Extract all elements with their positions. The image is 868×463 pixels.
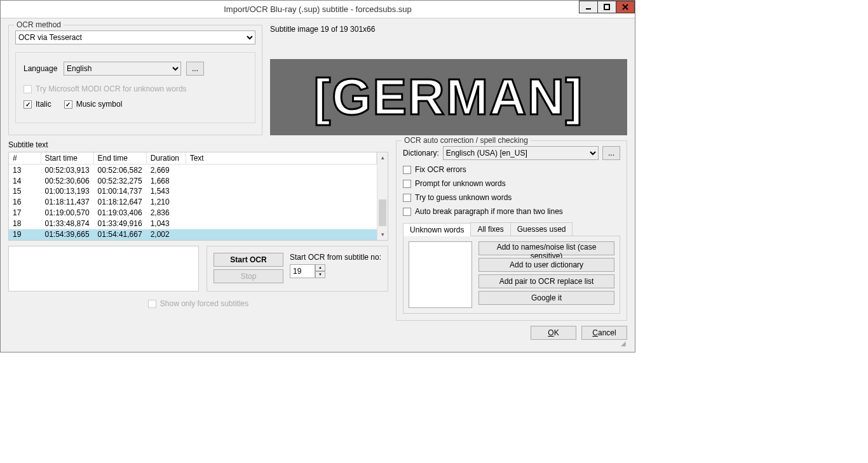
table-cell: 01:54:39,665	[41, 229, 93, 240]
table-cell: 15	[9, 186, 41, 197]
tab-content: Add to names/noise list (case sensitive)…	[403, 236, 620, 314]
prompt-unknown-label: Prompt for unknown words	[415, 179, 506, 188]
table-row[interactable]: 1701:19:00,57001:19:03,4062,836	[9, 208, 377, 218]
scroll-up-icon[interactable]: ▲	[377, 152, 388, 163]
table-cell: 1,043	[146, 218, 186, 229]
spin-down-icon[interactable]: ▼	[315, 271, 325, 278]
preview-image-text: [GERMAN]	[314, 68, 584, 126]
show-only-label: Show only forced subtitles	[160, 299, 248, 308]
ocr-auto-group: OCR auto correction / spell checking Dic…	[396, 140, 627, 321]
italic-row[interactable]: Italic	[24, 100, 51, 109]
close-button[interactable]	[616, 1, 635, 13]
table-cell: 2,669	[146, 164, 186, 176]
try-guess-checkbox[interactable]	[403, 194, 411, 202]
minimize-button[interactable]	[579, 1, 598, 13]
subtitle-text-legend: Subtitle text	[8, 140, 388, 149]
col-text-header[interactable]: Text	[186, 152, 377, 164]
fix-errors-checkbox[interactable]	[403, 166, 411, 174]
start-ocr-button[interactable]: Start OCR	[214, 253, 283, 267]
cancel-label: ancel	[598, 328, 616, 337]
dialog-window: Import/OCR Blu-ray (.sup) subtitle - for…	[0, 0, 635, 352]
language-select[interactable]: English	[64, 62, 181, 76]
resize-grip-icon[interactable]: ◢	[8, 340, 627, 347]
table-cell: 17	[9, 208, 41, 218]
table-cell: 01:18:11,437	[41, 197, 93, 208]
col-end-header[interactable]: End time	[93, 152, 146, 164]
italic-label: Italic	[36, 100, 51, 109]
google-it-button[interactable]: Google it	[478, 291, 614, 305]
table-row[interactable]: 1801:33:48,87401:33:49,9161,043	[9, 218, 377, 229]
add-names-button[interactable]: Add to names/noise list (case sensitive)	[478, 241, 614, 255]
table-cell: 2,002	[146, 229, 186, 240]
ocr-method-select[interactable]: OCR via Tesseract	[15, 30, 255, 44]
tab-unknown-words[interactable]: Unknown words	[403, 223, 471, 236]
cancel-button[interactable]: Cancel	[581, 326, 627, 340]
table-cell: 00:52:32,275	[93, 175, 146, 186]
table-cell	[186, 164, 377, 176]
table-cell	[186, 218, 377, 229]
table-cell: 01:19:00,570	[41, 208, 93, 218]
col-num-header[interactable]: #	[9, 152, 41, 164]
table-row[interactable]: 1601:18:11,43701:18:12,6471,210	[9, 197, 377, 208]
table-row[interactable]: 1901:54:39,66501:54:41,6672,002	[9, 229, 377, 240]
auto-break-checkbox[interactable]	[403, 208, 411, 216]
auto-break-row[interactable]: Auto break paragraph if more than two li…	[403, 207, 620, 216]
unknown-words-list[interactable]	[409, 241, 472, 308]
table-cell: 16	[9, 197, 41, 208]
dictionary-label: Dictionary:	[403, 149, 439, 158]
table-cell	[186, 186, 377, 197]
fix-errors-row[interactable]: Fix OCR errors	[403, 165, 620, 174]
start-from-input[interactable]	[290, 264, 315, 278]
table-row[interactable]: 1501:00:13,19301:00:14,7371,543	[9, 186, 377, 197]
tab-guesses-used[interactable]: Guesses used	[510, 222, 573, 236]
tab-all-fixes[interactable]: All fixes	[470, 222, 510, 236]
try-guess-row[interactable]: Try to guess unknown words	[403, 193, 620, 202]
music-checkbox[interactable]	[64, 100, 72, 109]
ocr-controls-group: Start OCR Stop Start OCR from subtitle n…	[207, 246, 388, 292]
scroll-track[interactable]	[377, 163, 388, 229]
ok-label: K	[554, 328, 559, 337]
table-row[interactable]: 1300:52:03,91300:52:06,5822,669	[9, 164, 377, 176]
col-start-header[interactable]: Start time	[41, 152, 93, 164]
maximize-button[interactable]	[597, 1, 616, 13]
table-cell	[186, 175, 377, 186]
ok-button[interactable]: OK	[531, 326, 576, 340]
col-dur-header[interactable]: Duration	[146, 152, 186, 164]
table-cell	[186, 197, 377, 208]
window-title: Import/OCR Blu-ray (.sup) subtitle - for…	[1, 4, 635, 14]
scroll-down-icon[interactable]: ▼	[377, 229, 388, 240]
prompt-unknown-checkbox[interactable]	[403, 180, 411, 188]
add-dict-button[interactable]: Add to user dictionary	[478, 258, 614, 272]
scroll-thumb[interactable]	[379, 199, 386, 226]
add-pair-button[interactable]: Add pair to OCR replace list	[478, 274, 614, 288]
ocr-method-inner: Language English ... Try Microsoft MODI …	[15, 52, 255, 123]
italic-checkbox[interactable]	[24, 100, 32, 109]
ocr-auto-legend: OCR auto correction / spell checking	[402, 136, 531, 145]
subtitle-table[interactable]: # Start time End time Duration Text 1300…	[9, 152, 377, 240]
start-from-label: Start OCR from subtitle no:	[290, 253, 381, 262]
auto-break-label: Auto break paragraph if more than two li…	[415, 207, 563, 216]
svg-rect-1	[604, 4, 609, 10]
table-cell	[186, 208, 377, 218]
table-cell: 01:18:12,647	[93, 197, 146, 208]
table-cell: 00:52:30,606	[41, 175, 93, 186]
start-from-spinner[interactable]: ▲ ▼	[290, 264, 381, 278]
music-row[interactable]: Music symbol	[64, 100, 123, 109]
prompt-unknown-row[interactable]: Prompt for unknown words	[403, 179, 620, 188]
try-modi-row: Try Microsoft MODI OCR for unknown words	[24, 84, 247, 93]
table-cell: 01:00:14,737	[93, 186, 146, 197]
show-only-checkbox	[148, 300, 156, 308]
table-row[interactable]: 1400:52:30,60600:52:32,2751,668	[9, 175, 377, 186]
table-cell: 2,836	[146, 208, 186, 218]
show-only-row: Show only forced subtitles	[8, 299, 388, 308]
table-scrollbar[interactable]: ▲ ▼	[377, 152, 388, 240]
bottom-controls: Start OCR Stop Start OCR from subtitle n…	[8, 246, 388, 292]
dictionary-select[interactable]: Englisch (USA) [en_US]	[443, 146, 599, 160]
table-cell: 1,668	[146, 175, 186, 186]
dialog-buttons: OK Cancel	[8, 326, 627, 340]
language-browse-button[interactable]: ...	[186, 62, 204, 76]
dictionary-browse-button[interactable]: ...	[602, 146, 620, 160]
dialog-content: OCR method OCR via Tesseract Language En…	[1, 18, 635, 352]
spin-up-icon[interactable]: ▲	[315, 264, 325, 271]
table-cell: 00:52:03,913	[41, 164, 93, 176]
